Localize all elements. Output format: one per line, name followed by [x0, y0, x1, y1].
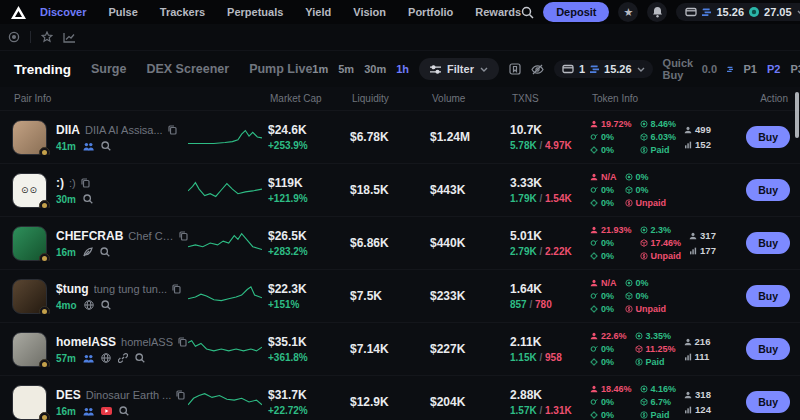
balance-pill[interactable]: 15.26 27.05 [676, 3, 800, 21]
nav-item-yield[interactable]: Yield [305, 6, 331, 18]
community-users-icon[interactable] [83, 354, 94, 363]
buy-button[interactable]: Buy [746, 391, 790, 413]
token-info-cell: 22.6% 0% 0% 3.35% 11.25% [590, 331, 750, 367]
table-row[interactable]: DIIA DIIA AI Assisa... 41m [0, 111, 800, 164]
tab-trending[interactable]: Trending [14, 62, 71, 77]
token-avatar[interactable] [12, 279, 47, 314]
liquidity-value: $6.78K [350, 130, 430, 144]
header-pair-info[interactable]: Pair Info [0, 93, 268, 104]
tab-dex-screener[interactable]: DEX Screener [146, 62, 229, 76]
table-row[interactable]: ⊙⊙ :) :) 30m [0, 164, 800, 217]
deposit-button[interactable]: Deposit [543, 2, 609, 22]
nav-item-discover[interactable]: Discover [40, 6, 86, 18]
txns-total: 2.11K [510, 335, 590, 349]
token-avatar[interactable] [12, 120, 47, 155]
search-token-icon[interactable] [119, 406, 129, 416]
volume-value: $233K [430, 289, 510, 303]
nav-item-portfolio[interactable]: Portfolio [408, 6, 453, 18]
preset-p1[interactable]: P1 [743, 63, 756, 75]
star-icon[interactable]: ★ [618, 2, 638, 22]
preset-p3[interactable]: P3 [790, 63, 800, 75]
table-row[interactable]: $tung tung tung tun... 4mo [0, 270, 800, 323]
eye-off-icon[interactable] [531, 64, 544, 75]
wallet-selector[interactable]: 1 15.26 [554, 60, 653, 78]
nav-item-rewards[interactable]: Rewards [475, 6, 521, 18]
preset-p2[interactable]: P2 [767, 63, 780, 75]
quick-buy-label: Quick Buy [663, 57, 696, 81]
globe-icon[interactable] [84, 300, 94, 310]
txns-cell: 3.33K 1.79K / 1.54K [510, 176, 590, 204]
bell-icon[interactable] [647, 2, 667, 22]
token-avatar[interactable] [12, 332, 47, 367]
nav-item-vision[interactable]: Vision [353, 6, 386, 18]
timeframe-30m[interactable]: 30m [364, 63, 386, 75]
token-symbol[interactable]: DIIA [56, 123, 80, 137]
txns-cell: 5.01K 2.79K / 2.22K [510, 229, 590, 257]
buy-button[interactable]: Buy [746, 285, 790, 307]
search-token-icon[interactable] [83, 194, 93, 204]
price-sparkline [188, 230, 268, 256]
header-txns[interactable]: TXNS [510, 93, 590, 104]
copy-icon[interactable] [178, 337, 187, 347]
header-volume[interactable]: Volume [430, 93, 510, 104]
nav-item-perpetuals[interactable]: Perpetuals [227, 6, 283, 18]
crosshair-icon [590, 199, 598, 207]
search-token-icon[interactable] [101, 141, 111, 151]
token-symbol[interactable]: DES [56, 388, 81, 402]
community-users-icon[interactable] [83, 407, 94, 416]
community-users-icon[interactable] [83, 142, 94, 151]
liquidity-value: $7.14K [350, 342, 430, 356]
nav-item-trackers[interactable]: Trackers [160, 6, 205, 18]
copy-icon[interactable] [81, 178, 90, 188]
target-circle-icon[interactable] [8, 31, 20, 43]
watchlist-panel-icon[interactable] [509, 63, 521, 75]
filter-button[interactable]: Filter [419, 58, 499, 80]
buy-button[interactable]: Buy [746, 232, 790, 254]
target-icon [625, 173, 633, 181]
header-market-cap[interactable]: Market Cap [268, 93, 350, 104]
copy-icon[interactable] [168, 125, 177, 135]
chef-pan-icon [590, 133, 598, 141]
brand-logo-icon[interactable] [8, 4, 28, 20]
link-icon[interactable] [118, 353, 128, 363]
pair-info-cell: ⊙⊙ :) :) 30m [0, 173, 188, 208]
buy-button[interactable]: Buy [746, 179, 790, 201]
scrollbar-thumb[interactable] [795, 92, 799, 138]
token-symbol[interactable]: homelASS [56, 335, 116, 349]
header-liquidity[interactable]: Liquidity [350, 93, 430, 104]
quick-buy[interactable]: Quick Buy 0.0 [663, 57, 717, 81]
copy-icon[interactable] [172, 284, 181, 294]
market-cap-value: $26.5K [268, 229, 350, 243]
token-avatar[interactable]: ⊙⊙ [12, 173, 47, 208]
search-token-icon[interactable] [101, 300, 111, 310]
globe-icon[interactable] [101, 353, 111, 363]
twitter-feather-icon[interactable] [83, 247, 93, 257]
token-avatar[interactable] [12, 226, 47, 261]
chart-line-icon[interactable] [63, 32, 76, 43]
table-row[interactable]: CHEFCRAB Chef Crab 16m [0, 217, 800, 270]
token-avatar[interactable] [12, 385, 47, 420]
copy-icon[interactable] [179, 231, 188, 241]
token-symbol[interactable]: CHEFCRAB [56, 229, 123, 243]
timeframe-1m[interactable]: 1m [312, 63, 328, 75]
bundlers-stat: 6.7% [640, 397, 677, 407]
txns-sells: 1.31K [545, 405, 572, 416]
search-token-icon[interactable] [100, 247, 110, 257]
secondary-toolbar [0, 24, 800, 51]
search-icon[interactable] [521, 6, 534, 19]
tab-surge[interactable]: Surge [91, 62, 126, 76]
tab-pump-live[interactable]: Pump Live [249, 62, 312, 76]
timeframe-1h[interactable]: 1h [396, 63, 409, 75]
token-symbol[interactable]: :) [56, 176, 64, 190]
nav-item-pulse[interactable]: Pulse [108, 6, 137, 18]
watchlist-star-icon[interactable] [41, 31, 53, 43]
buy-button[interactable]: Buy [746, 126, 790, 148]
token-symbol[interactable]: $tung [56, 282, 89, 296]
copy-icon[interactable] [176, 390, 185, 400]
table-row[interactable]: DES Dinosaur Earth ... 16m [0, 376, 800, 420]
table-row[interactable]: homelASS homelASS 57m [0, 323, 800, 376]
youtube-icon[interactable] [101, 407, 112, 415]
search-token-icon[interactable] [135, 353, 145, 363]
timeframe-5m[interactable]: 5m [338, 63, 354, 75]
buy-button[interactable]: Buy [746, 338, 790, 360]
